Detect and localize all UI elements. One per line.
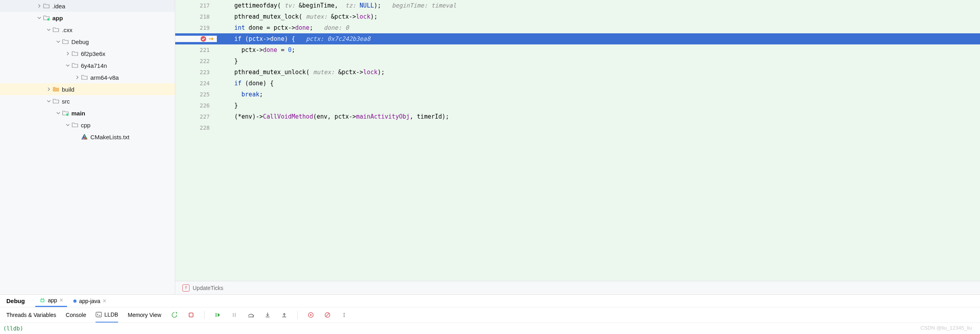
- folder-icon: [71, 62, 78, 69]
- tree-label: main: [71, 110, 85, 117]
- folder-icon: [52, 98, 59, 105]
- code-line[interactable]: 225 break;: [175, 89, 980, 100]
- debug-panel: Debug app × app-java × Threads & Variabl…: [0, 294, 980, 334]
- chevron-down-icon[interactable]: [45, 99, 52, 103]
- step-into-icon[interactable]: [264, 311, 271, 319]
- tree-item-debug[interactable]: Debug: [0, 36, 175, 48]
- svg-point-19: [344, 316, 345, 317]
- step-over-icon[interactable]: [247, 311, 255, 319]
- folder-icon: [71, 50, 78, 57]
- code-content: }: [220, 56, 980, 67]
- lldb-tab[interactable]: LLDB: [96, 307, 118, 322]
- chevron-down-icon[interactable]: [36, 16, 43, 20]
- chevron-down-icon[interactable]: [64, 63, 71, 67]
- line-number[interactable]: 223: [175, 67, 217, 78]
- line-number[interactable]: 221: [175, 44, 217, 56]
- close-icon[interactable]: ×: [103, 298, 106, 305]
- tree-item-idea[interactable]: .idea: [0, 0, 175, 12]
- tree-label: arm64-v8a: [90, 74, 119, 81]
- code-line[interactable]: 217 gettimeofday( tv: &beginTime, tz: NU…: [175, 0, 980, 11]
- function-icon: f: [182, 284, 189, 292]
- line-number[interactable]: 228: [175, 122, 217, 133]
- code-line[interactable]: 218 pthread_mutex_lock( mutex: &pctx->lo…: [175, 11, 980, 22]
- svg-rect-9: [235, 313, 236, 317]
- console-tab[interactable]: Console: [66, 308, 86, 322]
- lldb-console[interactable]: (lldb): [0, 323, 980, 334]
- line-number[interactable]: 225: [175, 89, 217, 100]
- debug-tab-app-java[interactable]: app-java ×: [69, 295, 110, 307]
- code-content: pthread_mutex_lock( mutex: &pctx->lock);: [220, 11, 980, 22]
- tree-item-build[interactable]: build: [0, 83, 175, 95]
- code-line-current[interactable]: if (pctx->done) { pctx: 0x7c242b3ea8: [175, 33, 980, 44]
- line-number[interactable]: 226: [175, 100, 217, 111]
- tree-item-app[interactable]: app: [0, 12, 175, 24]
- folder-icon: [81, 74, 88, 81]
- tree-label: .idea: [52, 3, 65, 10]
- tree-label: 6y4a714n: [81, 62, 107, 69]
- svg-point-14: [310, 314, 312, 316]
- chevron-right-icon[interactable]: [45, 87, 52, 91]
- tree-label: 6f2p3e6x: [81, 50, 105, 57]
- code-line[interactable]: 226 }: [175, 100, 980, 111]
- threads-variables-tab[interactable]: Threads & Variables: [6, 308, 56, 322]
- tree-label: .cxx: [62, 27, 73, 33]
- chevron-right-icon[interactable]: [36, 4, 43, 8]
- code-line[interactable]: 228: [175, 122, 980, 133]
- modified-dot-icon: [73, 299, 77, 303]
- chevron-down-icon[interactable]: [45, 28, 52, 32]
- project-tree[interactable]: .idea app .cxx Debug: [0, 0, 175, 294]
- tree-item-hash2[interactable]: 6y4a714n: [0, 60, 175, 71]
- tree-item-cxx[interactable]: .cxx: [0, 24, 175, 36]
- line-number[interactable]: 219: [175, 22, 217, 33]
- chevron-down-icon[interactable]: [55, 111, 62, 115]
- line-number[interactable]: 222: [175, 56, 217, 67]
- breakpoint-gutter[interactable]: [175, 36, 217, 42]
- resume-icon[interactable]: [214, 311, 221, 319]
- code-line[interactable]: 222 }: [175, 56, 980, 67]
- memory-view-tab[interactable]: Memory View: [128, 308, 161, 322]
- breakpoint-icon[interactable]: [200, 36, 207, 42]
- tree-item-hash1[interactable]: 6f2p3e6x: [0, 48, 175, 60]
- line-number[interactable]: 227: [175, 111, 217, 122]
- code-content: if (pctx->done) { pctx: 0x7c242b3ea8: [220, 33, 980, 44]
- svg-point-3: [41, 298, 42, 299]
- more-icon[interactable]: [341, 311, 348, 319]
- separator: [204, 311, 205, 319]
- line-number[interactable]: 218: [175, 11, 217, 22]
- code-line[interactable]: 223 pthread_mutex_unlock( mutex: &pctx->…: [175, 67, 980, 78]
- module-folder-icon: [62, 109, 69, 117]
- step-out-icon[interactable]: [281, 311, 288, 319]
- pause-icon[interactable]: [231, 311, 238, 319]
- breadcrumb-function[interactable]: UpdateTicks: [193, 285, 223, 291]
- code-line[interactable]: 219 int done = pctx->done; done: 0: [175, 22, 980, 33]
- code-line[interactable]: 221 pctx->done = 0;: [175, 44, 980, 56]
- tree-item-cmake[interactable]: CMakeLists.txt: [0, 131, 175, 143]
- svg-line-16: [325, 313, 329, 317]
- code-line[interactable]: 224 if (done) {: [175, 78, 980, 89]
- tree-item-arm[interactable]: arm64-v8a: [0, 71, 175, 83]
- svg-point-18: [344, 315, 345, 315]
- android-icon: [39, 297, 46, 303]
- tree-item-src[interactable]: src: [0, 95, 175, 107]
- line-number[interactable]: 217: [175, 0, 217, 11]
- lldb-prompt: (lldb): [3, 325, 23, 332]
- code-line[interactable]: 227 (*env)->CallVoidMethod(env, pctx->ma…: [175, 111, 980, 122]
- rerun-icon[interactable]: [171, 311, 178, 319]
- debug-tab-label: app-java: [79, 298, 100, 304]
- chevron-down-icon[interactable]: [55, 40, 62, 44]
- chevron-right-icon[interactable]: [64, 52, 71, 56]
- chevron-down-icon[interactable]: [64, 123, 71, 127]
- tree-item-cpp[interactable]: cpp: [0, 119, 175, 131]
- code-editor[interactable]: 217 gettimeofday( tv: &beginTime, tz: NU…: [175, 0, 980, 294]
- chevron-right-icon[interactable]: [74, 75, 81, 79]
- stop-icon[interactable]: [188, 311, 195, 319]
- code-content: break;: [220, 89, 980, 100]
- debug-tab-app[interactable]: app ×: [35, 295, 67, 307]
- line-number[interactable]: 224: [175, 78, 217, 89]
- tree-item-main[interactable]: main: [0, 107, 175, 119]
- breadcrumb[interactable]: f UpdateTicks: [175, 281, 980, 294]
- svg-rect-6: [189, 313, 193, 317]
- mute-breakpoints-icon[interactable]: [324, 311, 331, 319]
- close-icon[interactable]: ×: [59, 297, 63, 304]
- view-breakpoints-icon[interactable]: [307, 311, 314, 319]
